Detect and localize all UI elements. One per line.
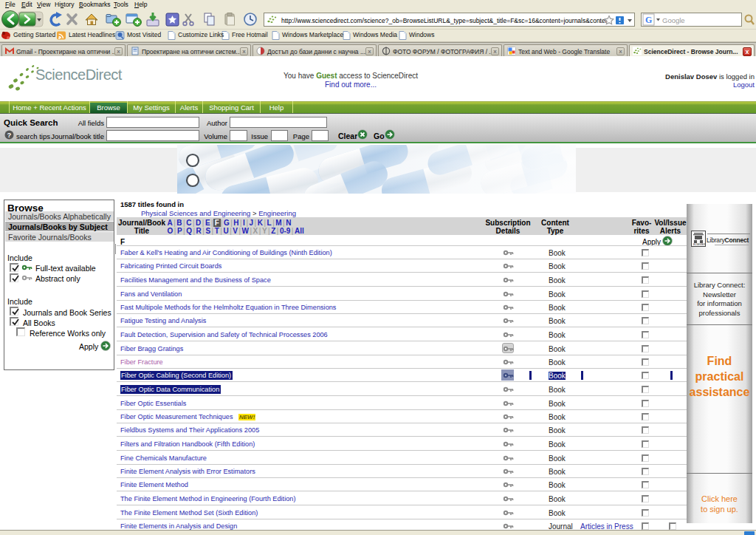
svg-text:G: G <box>645 15 652 25</box>
svg-text:ELSEVIER: ELSEVIER <box>693 243 705 246</box>
svg-text:?: ? <box>7 131 12 139</box>
